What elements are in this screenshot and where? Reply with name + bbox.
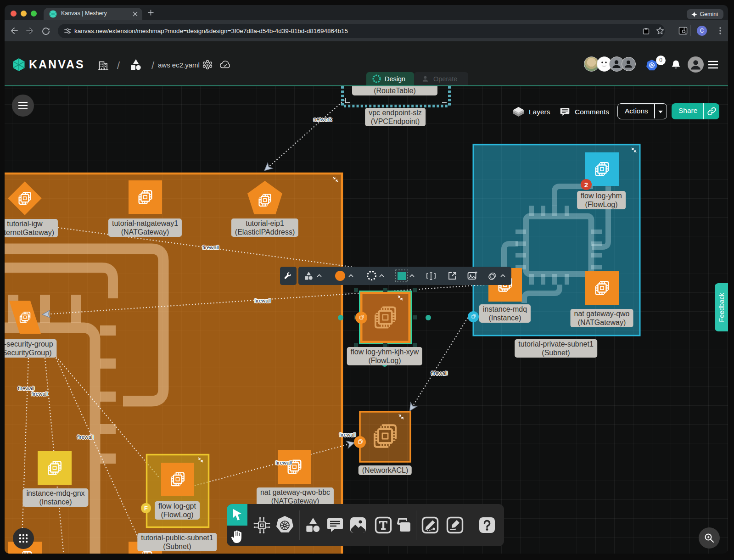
svg-text:2: 2 [584, 181, 588, 189]
svg-text:F: F [144, 505, 148, 512]
